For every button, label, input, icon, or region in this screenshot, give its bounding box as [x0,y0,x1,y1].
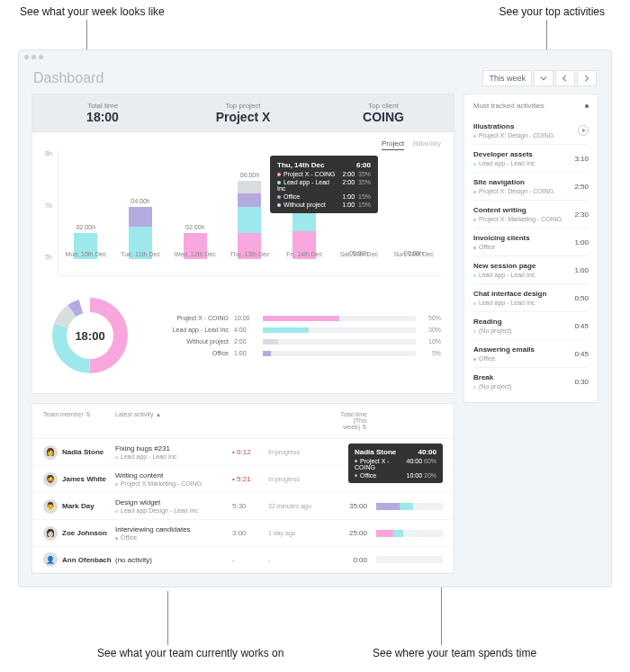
activity-time: 1:00 [574,266,589,274]
sort-asc-icon: ▲ [155,411,161,417]
team-total: 0:00 [331,556,367,564]
activity-time: 3:10 [574,155,589,163]
range-label-button[interactable]: This week [482,70,532,86]
callout-week: See what your week looks like [20,5,165,18]
sort-icon: ⇅ [86,411,91,417]
activity-item[interactable]: New session pageLead app - Lead Inc1:00 [473,255,589,283]
activity-item[interactable]: Break(No project)0:30 [473,367,589,395]
bar-total-label: 06:00h [240,172,259,178]
top-activities-card: Most tracked activities IllustrationsPro… [464,94,598,403]
team-row[interactable]: 👤Ann Ofenbach(no activity)--0:00 [32,547,454,573]
range-prev-button[interactable] [555,70,575,86]
x-axis-label: Wed, 12th Dec [175,251,216,257]
activity-time: 0:45 [574,322,589,330]
activity-item[interactable]: Answering emailsOffice0:45 [473,339,589,367]
team-row[interactable]: 👨Mark DayDesign widgetLead app:Design - … [32,493,454,520]
team-time: - [232,556,268,564]
activity-time: 0:45 [574,350,589,358]
team-status: 32 minutes ago [268,503,331,509]
date-range-control: This week [482,70,597,86]
bar-column[interactable]: 04:00hTue, 11th Dec [122,150,158,259]
activity-time: 0:30 [574,378,589,386]
team-card: Team member⇅ Latest activity▲ Total time… [32,403,454,574]
chevron-right-icon [583,75,590,82]
team-total: 35:00 [331,502,367,510]
col-total-time[interactable]: Total time (This week)⇅ [331,411,367,431]
avatar: 👩 [43,445,58,460]
range-dropdown-button[interactable] [534,70,554,86]
x-axis-label: Tue, 11th Dec [121,251,160,257]
avatar: 👨 [43,499,58,514]
activity-item[interactable]: Developer assetsLead app - Lead Inc3:10 [473,144,589,172]
col-latest-activity[interactable]: Latest activity▲ [115,411,232,431]
bar-column[interactable]: 02:00hWed, 12th Dec [177,150,213,259]
donut-chart: 18:00 [45,291,135,381]
range-next-button[interactable] [577,70,597,86]
x-axis-label: Mon, 10th Dec [66,251,107,257]
bar-total-label: 02:00h [76,224,95,230]
activity-item[interactable]: Invoicing clientsOffice1:00 [473,228,589,255]
activity-item[interactable]: Site navigationProject X: Design - COING… [473,172,589,200]
page-title: Dashboard [33,70,104,86]
project-row: Office1:005% [148,350,441,356]
tab-project[interactable]: Project [382,139,404,150]
bar-column[interactable]: 00:00hSun, 16th Dec [396,150,432,259]
team-time: 5:30 [232,502,268,510]
bar-total-label: 04:00h [130,198,149,204]
window-titlebar [19,50,611,63]
x-axis-label: Sat, 16th Dec [340,251,378,257]
team-row[interactable]: 👩🏻Zoe JohnsonInterviewing candidatesOffi… [32,520,454,547]
activity-item[interactable]: Content writingProject X: Marketing - CO… [473,200,589,228]
activity-time: 1:00 [574,238,589,246]
app-window: Dashboard This week Total time 18:00 Top… [18,49,612,587]
callout-activities: See your top activities [500,5,605,18]
dot-icon [585,104,589,108]
activity-time: 2:30 [574,211,589,219]
project-row: Lead app - Lead Inc4:0030% [148,327,441,333]
team-status: In progress [268,476,331,482]
callout-line [167,591,168,645]
team-tooltip: Nadia Stone40:00Project X - COING40:00 8… [348,444,443,483]
team-total: 25:00 [331,529,367,537]
col-team-member[interactable]: Team member⇅ [43,411,115,431]
summary-chart-card: Total time 18:00 Top project Project X T… [32,94,454,394]
team-bar [376,530,443,537]
callout-team-time: See where your team spends time [373,647,536,659]
bar-segment [238,207,261,233]
summary-top-project: Top project Project X [173,94,313,131]
avatar: 👩🏻 [43,526,58,541]
summary-total: Total time 18:00 [32,94,173,131]
play-icon[interactable] [578,125,589,136]
chart-tooltip: Thu, 14th Dec6:00 Project X - COING2:00 … [270,156,378,213]
window-dot [24,55,29,59]
chevron-left-icon [562,75,569,82]
bar-column[interactable]: 06:00hThu, 13th Dec [231,150,267,259]
bar-segment [238,193,261,207]
activities-header: Most tracked activities [473,102,589,110]
team-time: 3:00 [232,529,268,537]
project-row: Without project2:0010% [148,338,441,345]
callout-team-works: See what your team currently works on [97,647,284,659]
tab-billability[interactable]: Billability [413,139,441,150]
activity-item[interactable]: Reading(No project)0:45 [473,311,589,339]
weekly-chart: 8h7h5h Thu, 14th Dec6:00 Project X - COI… [45,150,441,276]
team-row[interactable]: 👩Nadia StoneFixing bugs #231Lead app - L… [32,439,454,466]
activity-item[interactable]: Chat interface designLead app - Lead Inc… [473,283,589,311]
project-breakdown: Project X - COING10:0050%Lead app - Lead… [148,315,441,356]
project-row: Project X - COING10:0050% [148,315,441,321]
team-bar [376,503,443,510]
donut-center-value: 18:00 [75,329,104,343]
team-bar [376,556,443,563]
avatar: 👤 [43,552,58,567]
summary-strip: Total time 18:00 Top project Project X T… [32,94,454,132]
activity-time: 0:50 [574,294,589,302]
bar-segment [129,207,152,227]
bar-column[interactable]: 02:00hMon, 10th Dec [68,150,104,259]
window-dot [39,55,43,59]
activity-item[interactable]: IllustrationsProject X: Design - COING [473,117,589,144]
team-status: - [268,557,331,563]
team-status: 1 day ago [268,530,331,536]
summary-top-client: Top client COING [313,94,454,131]
team-time: • 5:21 [232,475,268,483]
team-header: Team member⇅ Latest activity▲ Total time… [32,404,454,439]
